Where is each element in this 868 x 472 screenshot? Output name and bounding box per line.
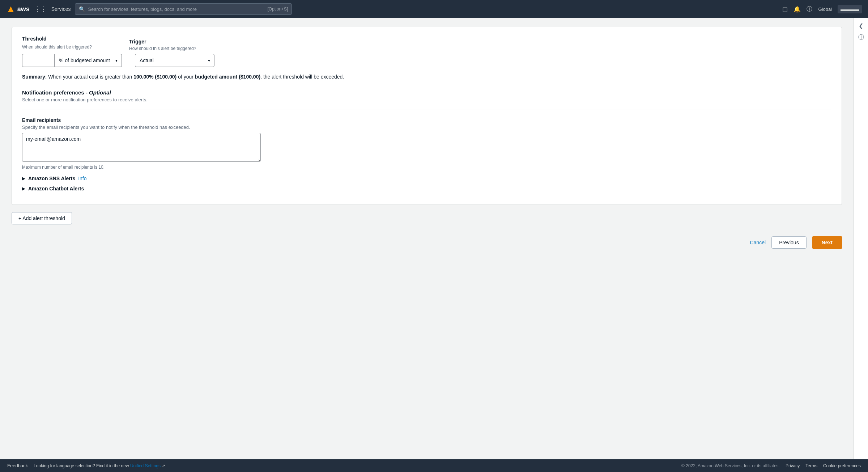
account-menu[interactable]: ▬▬▬▬: [838, 5, 862, 13]
collapse-icon[interactable]: ❮: [859, 22, 863, 29]
search-icon: 🔍: [79, 6, 85, 12]
notification-title-text: Notification preferences -: [22, 89, 89, 96]
email-label: Email recipients: [22, 117, 831, 123]
content-area: Threshold When should this alert be trig…: [0, 18, 854, 459]
footer-copyright: © 2022, Amazon Web Services, Inc. or its…: [681, 463, 780, 468]
right-sidebar: ❮ ⓘ: [854, 18, 868, 459]
cancel-button[interactable]: Cancel: [750, 240, 766, 245]
sns-alerts-row[interactable]: ▶ Amazon SNS Alerts Info: [22, 176, 831, 181]
add-alert-threshold-button[interactable]: + Add alert threshold: [12, 212, 72, 224]
footer-lang-icon: ↗: [162, 463, 165, 468]
next-button[interactable]: Next: [812, 236, 842, 249]
threshold-label: Threshold: [22, 36, 122, 42]
notification-title: Notification preferences - Optional: [22, 89, 831, 96]
summary-bold-2: budgeted amount ($100.00): [195, 74, 260, 80]
region-selector[interactable]: Global: [818, 7, 832, 12]
footer-lang-text: Looking for language selection? Find it …: [34, 463, 676, 468]
nav-right-items: ◫ 🔔 ⓘ Global ▬▬▬▬: [782, 5, 862, 13]
email-hint: Maximum number of email recipients is 10…: [22, 165, 831, 170]
cookie-preferences-link[interactable]: Cookie preferences: [823, 463, 861, 468]
trigger-sublabel: How should this alert be triggered?: [129, 46, 214, 51]
summary-label: Summary:: [22, 74, 47, 80]
divider: [22, 110, 831, 110]
bottom-actions: Cancel Previous Next: [12, 236, 842, 249]
terms-link[interactable]: Terms: [805, 463, 817, 468]
summary-text-1: When your actual cost is greater than: [47, 74, 133, 80]
sns-expand-arrow: ▶: [22, 176, 25, 181]
footer-lang-label: Looking for language selection? Find it …: [34, 463, 130, 468]
unified-settings-link[interactable]: Unified Settings: [130, 463, 161, 468]
notification-preferences-section: Notification preferences - Optional Sele…: [22, 89, 831, 191]
summary-text-3: , the alert threshold will be exceeded.: [260, 74, 344, 80]
threshold-sublabel: When should this alert be triggered?: [22, 45, 122, 50]
summary-bold-1: 100.00% ($100.00): [133, 74, 176, 80]
summary-text-2: of your: [176, 74, 195, 80]
search-input[interactable]: [88, 7, 264, 12]
top-navigation: ▲ aws ⋮⋮ Services 🔍 [Option+S] ◫ 🔔 ⓘ Glo…: [0, 0, 868, 18]
threshold-card: Threshold When should this alert be trig…: [12, 27, 842, 205]
terminal-icon[interactable]: ◫: [782, 6, 788, 13]
email-sublabel: Specify the email recipients you want to…: [22, 125, 831, 130]
services-nav-link[interactable]: Services: [51, 6, 71, 12]
threshold-col: Threshold When should this alert be trig…: [22, 36, 122, 67]
bell-icon[interactable]: 🔔: [793, 6, 801, 13]
search-shortcut: [Option+S]: [267, 7, 288, 12]
info-circle-icon[interactable]: ⓘ: [858, 34, 864, 41]
previous-button[interactable]: Previous: [771, 236, 806, 249]
sns-alerts-label: Amazon SNS Alerts: [28, 176, 75, 181]
summary-text: Summary: When your actual cost is greate…: [22, 73, 831, 81]
trigger-select-wrapper: Actual Forecasted: [135, 54, 214, 67]
email-recipients-section: Email recipients Specify the email recip…: [22, 117, 831, 170]
chatbot-alerts-row[interactable]: ▶ Amazon Chatbot Alerts: [22, 186, 831, 191]
sns-info-link[interactable]: Info: [78, 176, 86, 181]
threshold-trigger-row: Threshold When should this alert be trig…: [22, 36, 831, 67]
threshold-type-select[interactable]: % of budgeted amount Absolute value: [55, 54, 122, 67]
help-icon[interactable]: ⓘ: [807, 5, 812, 13]
privacy-link[interactable]: Privacy: [786, 463, 800, 468]
feedback-link[interactable]: Feedback: [7, 463, 28, 468]
grid-icon[interactable]: ⋮⋮: [34, 5, 47, 13]
aws-logo-text: aws: [17, 5, 30, 13]
aws-logo[interactable]: ▲ aws: [6, 4, 30, 14]
chatbot-alerts-label: Amazon Chatbot Alerts: [28, 186, 84, 191]
trigger-col: Trigger How should this alert be trigger…: [129, 39, 214, 67]
email-textarea[interactable]: my-email@amazon.com: [22, 133, 261, 162]
trigger-select[interactable]: Actual Forecasted: [135, 54, 214, 67]
notification-desc: Select one or more notification preferen…: [22, 97, 831, 102]
notification-optional-text: Optional: [89, 89, 111, 96]
threshold-number-input[interactable]: 100: [22, 54, 55, 67]
search-bar[interactable]: 🔍 [Option+S]: [75, 3, 292, 15]
chatbot-expand-arrow: ▶: [22, 186, 25, 191]
threshold-type-wrapper: % of budgeted amount Absolute value: [55, 54, 122, 67]
footer-links: Privacy Terms Cookie preferences: [786, 463, 861, 468]
footer: Feedback Looking for language selection?…: [0, 459, 868, 472]
trigger-label: Trigger: [129, 39, 214, 45]
main-container: Threshold When should this alert be trig…: [0, 18, 868, 459]
